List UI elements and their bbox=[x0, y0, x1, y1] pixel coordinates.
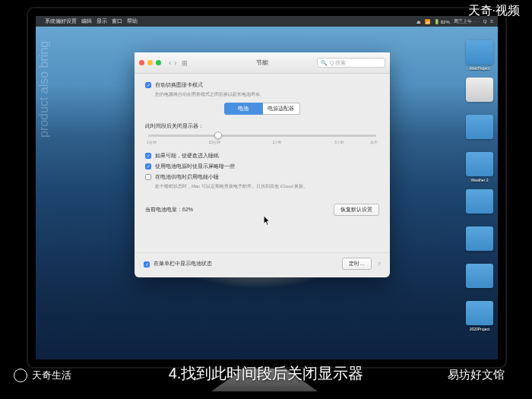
display-sleep-label: 此时间段后关闭显示器： bbox=[145, 122, 379, 130]
desktop-folder[interactable] bbox=[466, 189, 493, 214]
menu-edit[interactable]: 编辑 bbox=[81, 17, 92, 25]
power-nap-label: 在电池供电时启用电能小睡 bbox=[155, 173, 219, 181]
search-input[interactable]: 🔍 Q 搜索 bbox=[317, 58, 385, 68]
watermark-top: 天奇·视频 bbox=[468, 3, 520, 19]
watermark-bottom-right: 易坊好文馆 bbox=[448, 368, 505, 382]
show-all-icon[interactable]: ⊞ bbox=[182, 59, 188, 67]
menu-window[interactable]: 窗口 bbox=[112, 17, 122, 25]
wifi-icon[interactable]: 📶 bbox=[425, 19, 430, 24]
auto-graphics-label: 自动切换图形卡模式 bbox=[155, 81, 203, 89]
hdd-sleep-label: 如果可能，使硬盘进入睡眠 bbox=[155, 152, 219, 160]
close-icon[interactable] bbox=[139, 60, 144, 65]
zoom-icon[interactable] bbox=[156, 60, 161, 65]
dim-display-checkbox[interactable] bbox=[145, 163, 151, 169]
window-titlebar[interactable]: ‹ › ⊞ 节能 🔍 Q 搜索 bbox=[135, 52, 390, 74]
search-icon: 🔍 bbox=[321, 60, 328, 66]
desktop-folder[interactable] bbox=[466, 264, 493, 288]
tab-battery[interactable]: 电池 bbox=[224, 103, 263, 115]
tab-adapter[interactable]: 电源适配器 bbox=[263, 103, 301, 115]
show-in-menubar-label: 在菜单栏中显示电池状态 bbox=[154, 260, 212, 268]
slider-thumb[interactable] bbox=[214, 131, 222, 139]
show-in-menubar-checkbox[interactable] bbox=[144, 261, 150, 268]
hdd-sleep-checkbox[interactable] bbox=[145, 153, 151, 159]
slider-ticks: 1分钟 15分钟 1小时 3小时 永不 bbox=[147, 140, 378, 144]
eject-icon[interactable]: ⏏ bbox=[416, 19, 421, 24]
desktop-folder[interactable] bbox=[466, 226, 493, 251]
desktop-folder[interactable] bbox=[466, 115, 493, 139]
restore-defaults-button[interactable]: 恢复默认设置 bbox=[334, 204, 379, 216]
desktop-folder[interactable]: iMacProject bbox=[466, 40, 493, 65]
menubar: 系统偏好设置 编辑 显示 窗口 帮助 ⏏ 📶 🔋 82% 周三上午 · · · … bbox=[36, 16, 498, 27]
forward-icon[interactable]: › bbox=[174, 59, 176, 67]
desktop-wallpaper: 系统偏好设置 编辑 显示 窗口 帮助 ⏏ 📶 🔋 82% 周三上午 · · · … bbox=[36, 16, 498, 359]
app-menu[interactable]: 系统偏好设置 bbox=[45, 17, 77, 25]
power-nap-hint: 处于睡眠状态时，Mac 可以定期检查新电子邮件、日历和其他 iCloud 更新。 bbox=[155, 184, 379, 190]
help-icon[interactable]: ? bbox=[378, 261, 381, 267]
desktop-icons-column: iMacProject Weather 2 2020Project bbox=[466, 40, 493, 325]
battery-level-text: 当前电池电量：62% bbox=[145, 206, 193, 214]
energy-saver-window: ‹ › ⊞ 节能 🔍 Q 搜索 自动切换图形卡模式 您的电脑将自动在图形模式之间… bbox=[135, 52, 390, 277]
vertical-text: product also bring bbox=[37, 41, 51, 138]
cursor-icon bbox=[264, 215, 271, 225]
desktop-disk[interactable] bbox=[466, 78, 493, 102]
spotlight-icon[interactable]: Q bbox=[483, 19, 487, 24]
display-sleep-slider[interactable] bbox=[148, 135, 376, 137]
power-source-tabs: 电池 电源适配器 bbox=[224, 103, 300, 115]
desktop-folder[interactable]: 2020Project bbox=[466, 301, 493, 325]
back-icon[interactable]: ‹ bbox=[169, 59, 171, 67]
notification-icon[interactable]: ≡ bbox=[490, 19, 493, 24]
menu-help[interactable]: 帮助 bbox=[127, 17, 138, 25]
search-placeholder: Q 搜索 bbox=[330, 59, 346, 67]
auto-graphics-hint: 您的电脑将自动在图形模式之间切换以延长电池寿命。 bbox=[155, 92, 379, 98]
minimize-icon[interactable] bbox=[147, 60, 153, 65]
schedule-button[interactable]: 定时… bbox=[342, 258, 372, 270]
dim-display-label: 使用电池电源时使显示屏略暗一些 bbox=[155, 163, 235, 170]
battery-status[interactable]: 🔋 82% bbox=[434, 19, 450, 24]
power-nap-checkbox[interactable] bbox=[145, 174, 151, 180]
auto-graphics-checkbox[interactable] bbox=[145, 82, 151, 88]
desktop-folder[interactable]: Weather 2 bbox=[466, 152, 493, 176]
menu-view[interactable]: 显示 bbox=[97, 17, 107, 25]
